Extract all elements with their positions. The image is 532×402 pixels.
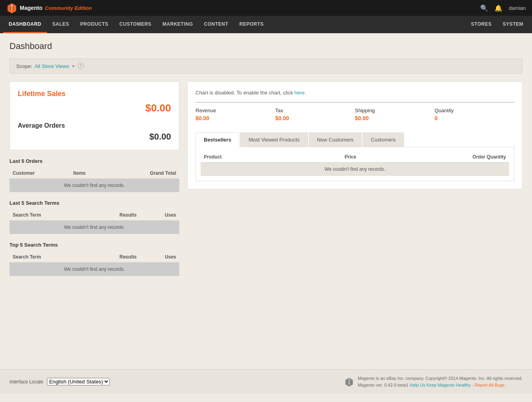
col-items: Items [70,168,110,179]
lifetime-sales-amount: $0.00 [18,102,171,114]
nav-system[interactable]: SYSTEM [497,16,529,33]
last5-orders-title: Last 5 Orders [9,158,179,164]
metric-tax: Tax $0.00 [275,102,355,125]
metric-revenue: Revenue $0.00 [196,102,275,125]
footer-right: Magento is an eBay Inc. company. Copyrig… [344,375,523,388]
tab-bestsellers[interactable]: Bestsellers [196,132,239,147]
right-panel: Chart is disabled. To enable the chart, … [187,81,523,276]
lifetime-sales-label: Lifetime Sales [18,90,171,98]
col-order-qty: Order Quantity [359,152,509,162]
magento-logo-icon [6,2,17,13]
metric-quantity: Quantity 0 [434,102,514,125]
col-results1: Results [87,210,140,221]
col-results2: Results [87,252,140,262]
scope-help-icon[interactable]: ? [78,63,84,69]
footer-copyright: Magento is an eBay Inc. company. Copyrig… [358,376,523,381]
nav-dashboard[interactable]: DASHBOARD [3,16,47,33]
metric-revenue-value: $0.00 [196,115,269,121]
brand-name: Magento [20,5,43,11]
last5-search-section: Last 5 Search Terms Search Term Results … [9,200,179,234]
top-navigation: Magento Community Edition 🔍 🔔 damian [0,0,532,16]
footer-health-link[interactable]: Help Us Keep Magento Healthy [410,383,471,387]
tab-customers[interactable]: Customers [363,132,404,147]
footer-left: Interface Locale English (United States) [9,378,110,385]
bestsellers-table: Product Price Order Quantity We couldn't… [201,152,509,176]
col-grand-total: Grand Total [110,168,179,179]
metric-shipping-value: $0.00 [355,115,429,121]
metric-quantity-value: 0 [434,115,508,121]
average-orders-label: Average Orders [18,122,171,129]
chart-notice-text: Chart is disabled. To enable the chart, … [196,90,295,96]
search-empty-row1: We couldn't find any records. [9,221,179,234]
search-empty-row2: We couldn't find any records. [9,262,179,276]
sales-summary-card: Lifetime Sales $0.00 Average Orders $0.0… [9,81,179,150]
chart-card: Chart is disabled. To enable the chart, … [187,81,523,189]
col-price: Price [292,152,359,162]
chart-notice: Chart is disabled. To enable the chart, … [196,90,514,96]
locale-label: Interface Locale [9,379,43,385]
page-footer: Interface Locale English (United States)… [0,369,532,394]
scope-selector[interactable]: All Store Views [34,63,69,69]
metric-shipping-label: Shipping [355,108,429,113]
chart-enable-link[interactable]: here. [295,90,306,96]
nav-marketing[interactable]: MARKETING [157,16,198,33]
metric-tax-value: $0.00 [275,115,349,121]
bestsellers-empty-text: We couldn't find any records. [201,162,509,176]
last5-search-table: Search Term Results Uses We couldn't fin… [9,210,179,234]
product-tabs: Bestsellers Most Viewed Products New Cus… [196,132,514,147]
notification-icon[interactable]: 🔔 [494,4,502,12]
page-content: Dashboard Scope: All Store Views ▼ ? Lif… [0,33,532,369]
magento-logo: Magento Community Edition [6,2,92,13]
col-search-term1: Search Term [9,210,87,221]
footer-version: Magento ver. 0.42.0-beta1 [358,383,408,387]
brand-edition: Community Edition [45,5,92,11]
search-empty-text2: We couldn't find any records. [9,262,179,276]
nav-reports[interactable]: REPORTS [234,16,269,33]
top5-search-section: Top 5 Search Terms Search Term Results U… [9,242,179,276]
scope-dropdown-arrow[interactable]: ▼ [71,64,75,68]
metric-tax-label: Tax [275,108,349,113]
search-icon[interactable]: 🔍 [480,4,488,12]
footer-bug-link[interactable]: Report All Bugs [474,383,504,387]
main-nav-right: STORES SYSTEM [466,16,529,33]
orders-empty-row: We couldn't find any records. [9,179,179,193]
page-title: Dashboard [9,41,523,51]
metric-quantity-label: Quantity [434,108,508,113]
col-customer: Customer [9,168,70,179]
metric-shipping: Shipping $0.00 [355,102,435,125]
nav-products[interactable]: PRODUCTS [75,16,114,33]
scope-bar: Scope: All Store Views ▼ ? [9,59,523,74]
nav-content[interactable]: CONTENT [198,16,234,33]
nav-customers[interactable]: CUSTOMERS [114,16,157,33]
last5-orders-section: Last 5 Orders Customer Items Grand Total… [9,158,179,192]
col-uses1: Uses [140,210,179,221]
tab-content-area: Product Price Order Quantity We couldn't… [196,147,514,181]
col-product: Product [201,152,292,162]
left-panel: Lifetime Sales $0.00 Average Orders $0.0… [9,81,179,276]
tab-most-viewed[interactable]: Most Viewed Products [240,132,308,147]
col-uses2: Uses [140,252,179,262]
brand-area: Magento Community Edition [6,2,92,13]
top5-search-title: Top 5 Search Terms [9,242,179,248]
footer-text: Magento is an eBay Inc. company. Copyrig… [358,375,523,388]
main-navigation: DASHBOARD SALES PRODUCTS CUSTOMERS MARKE… [0,16,532,33]
average-orders-amount: $0.00 [18,132,171,142]
search-empty-text1: We couldn't find any records. [9,221,179,234]
nav-stores[interactable]: STORES [466,16,497,33]
locale-select[interactable]: English (United States) [47,378,110,385]
top5-search-table: Search Term Results Uses We couldn't fin… [9,252,179,276]
col-search-term2: Search Term [9,252,87,262]
top-nav-right: 🔍 🔔 damian [480,4,526,12]
metric-revenue-label: Revenue [196,108,269,113]
bestsellers-empty-row: We couldn't find any records. [201,162,509,176]
last5-search-title: Last 5 Search Terms [9,200,179,206]
metrics-row: Revenue $0.00 Tax $0.00 Shipping $0.00 Q… [196,102,514,125]
tab-new-customers[interactable]: New Customers [309,132,362,147]
nav-sales[interactable]: SALES [47,16,75,33]
scope-label: Scope: [16,63,32,69]
content-grid: Lifetime Sales $0.00 Average Orders $0.0… [9,81,523,276]
footer-logo-icon [344,377,354,387]
user-menu[interactable]: damian [509,5,526,11]
orders-empty-text: We couldn't find any records. [9,179,179,193]
last5-orders-table: Customer Items Grand Total We couldn't f… [9,168,179,192]
